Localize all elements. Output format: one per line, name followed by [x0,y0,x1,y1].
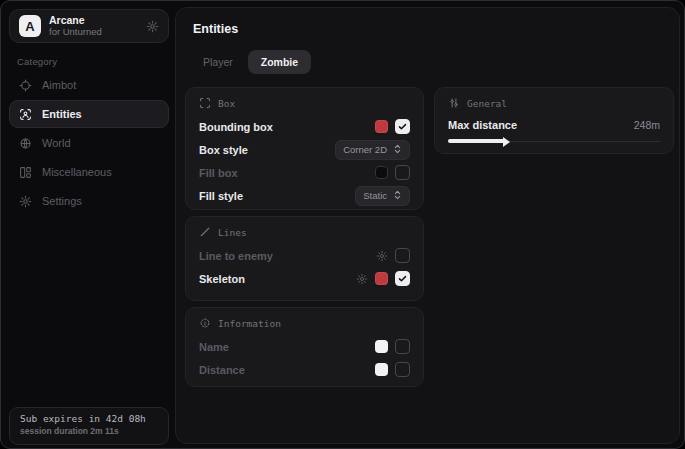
main-panel: Entities Player Zombie Box Bounding box [175,7,680,444]
sidebar-nav: Aimbot Entities World [9,71,169,216]
checkbox-distance[interactable] [395,362,410,377]
sliders-icon [448,97,460,109]
sidebar-item-entities[interactable]: Entities [9,100,169,128]
checkbox-name[interactable] [395,339,410,354]
color-swatch-white[interactable] [375,363,388,376]
tab-player[interactable]: Player [190,50,246,74]
color-swatch-red[interactable] [375,120,388,133]
app-logo: A [19,15,41,37]
sidebar-item-settings[interactable]: Settings [9,187,169,215]
checkbox-bounding-box[interactable] [395,119,410,134]
information-card: Information Name Distance [185,307,424,387]
tab-zombie[interactable]: Zombie [248,50,311,74]
lines-card: Lines Line to enemy Skeleton [185,216,424,301]
gear-icon[interactable] [356,273,368,285]
layout-icon [19,166,32,179]
diagonal-line-icon [199,226,211,238]
tab-bar: Player Zombie [190,50,311,74]
setting-row-fill-style: Fill style Static [199,184,410,207]
fill-style-dropdown[interactable]: Static [355,186,410,206]
page-title: Entities [193,22,238,36]
sidebar-item-label: Aimbot [42,79,76,91]
gear-icon[interactable] [376,250,388,262]
box-corners-icon [199,97,211,109]
sidebar-item-world[interactable]: World [9,129,169,157]
sidebar-item-label: Settings [42,195,82,207]
session-duration-text: session duration 2m 11s [20,426,158,437]
checkbox-fill-box[interactable] [395,165,410,180]
box-card: Box Bounding box Box style Corner 2D [185,87,424,210]
sidebar-item-label: World [42,137,71,149]
max-distance-slider[interactable] [448,136,660,146]
slider-label: Max distance [448,119,517,131]
sidebar-item-label: Entities [42,108,82,120]
color-swatch-white[interactable] [375,340,388,353]
card-title: Box [218,98,235,109]
app-window: A Arcane for Unturned Category A [0,0,685,449]
card-title: Lines [218,227,247,238]
globe-icon [19,137,32,150]
slider-fill [448,139,505,143]
slider-thumb[interactable] [503,137,510,147]
box-style-dropdown[interactable]: Corner 2D [335,140,410,160]
chevron-up-down-icon [393,190,402,202]
sidebar: A Arcane for Unturned Category A [1,1,176,448]
checkbox-skeleton[interactable] [395,271,410,286]
brand-subtitle: for Unturned [49,27,138,37]
card-title: Information [218,318,281,329]
checkbox-line-to-enemy[interactable] [395,248,410,263]
sidebar-item-miscellaneous[interactable]: Miscellaneous [9,158,169,186]
setting-row-skeleton: Skeleton [199,267,410,290]
subscription-info: Sub expires in 42d 08h session duration … [9,407,169,445]
setting-row-bounding-box: Bounding box [199,115,410,138]
category-label: Category [17,56,57,67]
gear-icon [19,195,32,208]
entity-scan-icon [19,108,32,121]
sidebar-item-label: Miscellaneous [42,166,112,178]
brand-card: A Arcane for Unturned [9,9,169,43]
slider-value: 248m [634,119,660,131]
color-swatch-red[interactable] [375,272,388,285]
brand-title: Arcane [49,15,138,27]
chevron-up-down-icon [393,144,402,156]
gear-icon[interactable] [146,20,159,33]
color-swatch-black[interactable] [375,166,388,179]
sidebar-item-aimbot[interactable]: Aimbot [9,71,169,99]
setting-row-box-style: Box style Corner 2D [199,138,410,161]
setting-row-fill-box: Fill box [199,161,410,184]
setting-row-name: Name [199,335,410,358]
setting-row-line-to-enemy: Line to enemy [199,244,410,267]
info-scan-icon [199,317,211,329]
sub-expiry-text: Sub expires in 42d 08h [20,413,158,426]
crosshair-icon [19,79,32,92]
setting-row-distance: Distance [199,358,410,381]
card-title: General [467,98,507,109]
general-card: General Max distance 248m [434,87,674,154]
